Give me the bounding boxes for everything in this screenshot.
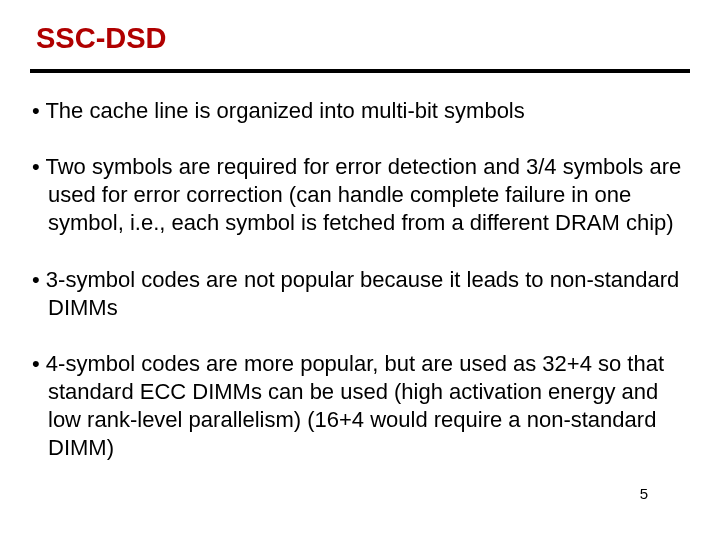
title-underline xyxy=(30,69,690,73)
list-item: Two symbols are required for error detec… xyxy=(30,153,686,237)
page-number: 5 xyxy=(640,485,648,502)
bullet-list: The cache line is organized into multi-b… xyxy=(30,97,690,463)
slide: SSC-DSD The cache line is organized into… xyxy=(0,0,720,540)
list-item: 4-symbol codes are more popular, but are… xyxy=(30,350,686,463)
slide-title: SSC-DSD xyxy=(36,22,690,55)
list-item: The cache line is organized into multi-b… xyxy=(30,97,686,125)
list-item: 3-symbol codes are not popular because i… xyxy=(30,266,686,322)
